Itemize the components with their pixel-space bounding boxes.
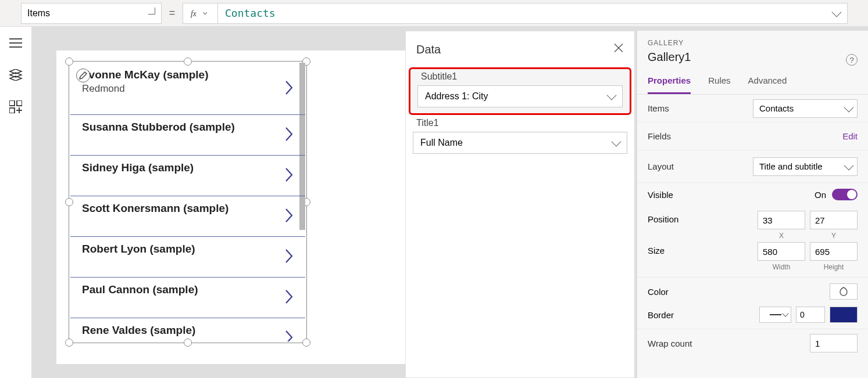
property-selector[interactable]: Items (21, 3, 162, 24)
layout-select[interactable]: Title and subtitle (753, 157, 858, 176)
properties-header: GALLERY Gallery1 ? (637, 31, 868, 69)
size-h-input[interactable] (810, 242, 858, 261)
edit-icon[interactable] (76, 69, 90, 82)
chevron-down-icon (844, 102, 854, 112)
chevron-down-icon (832, 7, 842, 17)
chevron-down-icon (148, 8, 155, 15)
position-y-input[interactable] (810, 211, 858, 229)
prop-row-visible-pos-size: Visible On Position X Y Size Width Heigh… (637, 183, 868, 278)
chevron-down-icon (612, 137, 621, 147)
property-selected-label: Items (27, 8, 50, 19)
border-color-picker[interactable] (830, 307, 858, 323)
chevron-right-icon[interactable] (284, 80, 294, 98)
title-label: Title1 (413, 118, 627, 128)
list-item[interactable]: Yvonne McKay (sample)Redmond (70, 63, 305, 115)
svg-rect-5 (17, 100, 22, 106)
wrap-input[interactable] (810, 334, 858, 352)
size-label: Size (648, 242, 758, 255)
item-title: Sidney Higa (sample) (82, 161, 294, 174)
prop-row-layout: Layout Title and subtitle (637, 150, 868, 183)
h-sublabel: Height (810, 263, 858, 271)
properties-tabs: Properties Rules Advanced (637, 75, 868, 95)
data-panel-header: Data (406, 31, 634, 67)
border-label: Border (648, 310, 759, 320)
chevron-right-icon[interactable] (284, 167, 294, 185)
tab-advanced[interactable]: Advanced (748, 75, 787, 94)
tab-rules[interactable]: Rules (708, 75, 730, 94)
chevron-right-icon[interactable] (284, 248, 294, 267)
tree-view-button[interactable] (0, 27, 31, 59)
svg-rect-4 (9, 100, 15, 106)
item-title: Scott Konersmann (sample) (82, 202, 294, 215)
subtitle-field-group: Subtitle1 Address 1: City (409, 67, 631, 115)
fields-label: Fields (648, 131, 842, 141)
items-select[interactable]: Contacts (753, 99, 858, 118)
prop-row-color-border: Color Border (637, 278, 868, 329)
title-value: Full Name (420, 138, 463, 148)
data-panel: Data Subtitle1 Address 1: City Title1 Fu… (405, 31, 635, 378)
prop-row-fields: Fields Edit (637, 123, 868, 150)
w-sublabel: Width (758, 263, 805, 271)
control-category: GALLERY (648, 39, 858, 47)
item-title: Susanna Stubberod (sample) (82, 121, 294, 134)
color-picker[interactable] (830, 283, 858, 300)
y-sublabel: Y (810, 232, 858, 240)
title-select[interactable]: Full Name (413, 132, 627, 154)
x-sublabel: X (758, 232, 805, 240)
layout-label: Layout (648, 161, 753, 171)
position-x-input[interactable] (758, 211, 805, 229)
visible-label: Visible (648, 190, 815, 200)
list-item[interactable]: Susanna Stubberod (sample) (70, 115, 305, 156)
chevron-down-icon (607, 91, 617, 100)
chevron-right-icon[interactable] (284, 289, 294, 307)
title-field-group: Title1 Full Name (406, 115, 634, 160)
formula-text: Contacts (225, 7, 276, 19)
items-value: Contacts (759, 103, 794, 113)
size-w-input[interactable] (758, 242, 805, 261)
prop-row-items: Items Contacts (637, 95, 868, 123)
list-item[interactable]: Sidney Higa (sample) (70, 156, 305, 196)
item-title: Paul Cannon (sample) (82, 283, 294, 296)
chevron-right-icon[interactable] (284, 329, 294, 342)
properties-panel: GALLERY Gallery1 ? Properties Rules Adva… (637, 31, 868, 378)
tab-properties[interactable]: Properties (648, 75, 691, 94)
chevron-down-icon (844, 160, 854, 170)
subtitle-select[interactable]: Address 1: City (417, 85, 623, 107)
gallery-items: Yvonne McKay (sample)RedmondSusanna Stub… (70, 63, 305, 341)
visible-on-label: On (815, 190, 826, 200)
color-label: Color (648, 287, 830, 297)
chevron-right-icon[interactable] (284, 126, 294, 145)
svg-rect-6 (9, 108, 15, 113)
item-subtitle: Redmond (82, 83, 294, 95)
help-icon[interactable]: ? (846, 54, 858, 66)
list-item[interactable]: Robert Lyon (sample) (70, 237, 305, 278)
item-title: Yvonne McKay (sample) (82, 69, 294, 81)
formula-input[interactable]: Contacts (217, 3, 848, 24)
list-item[interactable]: Rene Valdes (sample) (70, 318, 305, 341)
prop-row-wrap: Wrap count (637, 329, 868, 357)
equals-icon: = (162, 7, 183, 19)
formula-bar: Items = fx Contacts (0, 0, 868, 26)
data-panel-title: Data (416, 43, 441, 56)
subtitle-label: Subtitle1 (417, 71, 623, 82)
chevron-down-icon (782, 310, 788, 316)
border-width-input[interactable] (796, 307, 825, 323)
list-item[interactable]: Scott Konersmann (sample) (70, 196, 305, 237)
data-button[interactable] (0, 91, 31, 123)
gallery-control[interactable]: Yvonne McKay (sample)RedmondSusanna Stub… (69, 61, 307, 343)
layout-value: Title and subtitle (759, 161, 823, 171)
item-title: Robert Lyon (sample) (82, 243, 294, 255)
list-item[interactable]: Paul Cannon (sample) (70, 278, 305, 318)
control-name: Gallery1 (648, 51, 858, 64)
wrap-label: Wrap count (648, 339, 810, 348)
border-style-select[interactable] (759, 307, 791, 323)
insert-button[interactable] (0, 59, 31, 91)
visible-toggle[interactable] (832, 189, 858, 200)
left-rail (0, 26, 32, 378)
fx-button[interactable]: fx (183, 3, 217, 24)
subtitle-value: Address 1: City (425, 91, 488, 102)
item-title: Rene Valdes (sample) (82, 324, 294, 337)
close-icon[interactable] (613, 43, 624, 56)
chevron-right-icon[interactable] (284, 207, 294, 226)
fields-edit-link[interactable]: Edit (842, 131, 858, 141)
